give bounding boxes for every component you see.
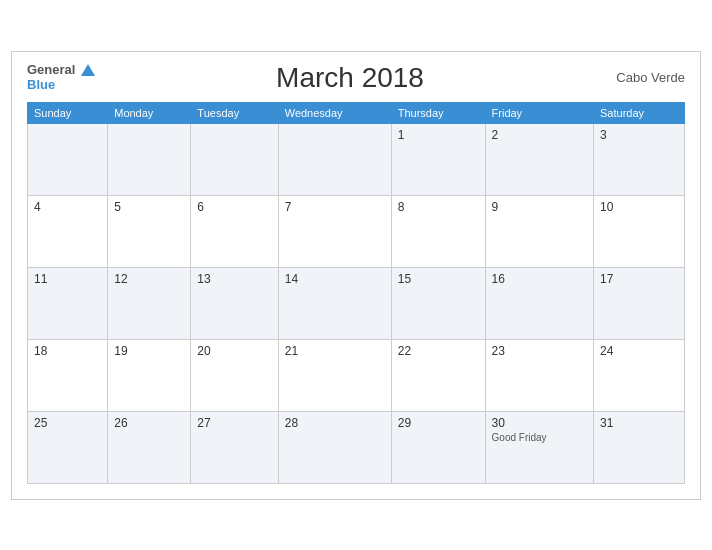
calendar-week-1: 123 (28, 123, 685, 195)
logo-blue: Blue (27, 77, 55, 92)
day-number: 19 (114, 344, 184, 358)
day-event: Good Friday (492, 432, 587, 443)
day-number: 14 (285, 272, 385, 286)
header-friday: Friday (485, 102, 593, 123)
day-number: 21 (285, 344, 385, 358)
calendar-cell-w1-d1 (28, 123, 108, 195)
calendar-week-3: 11121314151617 (28, 267, 685, 339)
header-wednesday: Wednesday (278, 102, 391, 123)
weekday-header-row: Sunday Monday Tuesday Wednesday Thursday… (28, 102, 685, 123)
day-number: 16 (492, 272, 587, 286)
day-number: 2 (492, 128, 587, 142)
calendar-cell-w5-d6: 30Good Friday (485, 411, 593, 483)
calendar-cell-w5-d3: 27 (191, 411, 278, 483)
calendar-title: March 2018 (95, 62, 605, 94)
day-number: 12 (114, 272, 184, 286)
day-number: 15 (398, 272, 479, 286)
day-number: 3 (600, 128, 678, 142)
day-number: 1 (398, 128, 479, 142)
header-monday: Monday (108, 102, 191, 123)
calendar-cell-w2-d7: 10 (594, 195, 685, 267)
calendar-week-4: 18192021222324 (28, 339, 685, 411)
calendar-cell-w1-d2 (108, 123, 191, 195)
calendar-cell-w2-d2: 5 (108, 195, 191, 267)
calendar-container: General Blue March 2018 Cabo Verde Sunda… (11, 51, 701, 500)
calendar-cell-w3-d3: 13 (191, 267, 278, 339)
day-number: 23 (492, 344, 587, 358)
day-number: 13 (197, 272, 271, 286)
calendar-cell-w4-d5: 22 (391, 339, 485, 411)
calendar-cell-w5-d5: 29 (391, 411, 485, 483)
header-thursday: Thursday (391, 102, 485, 123)
day-number: 28 (285, 416, 385, 430)
calendar-cell-w3-d5: 15 (391, 267, 485, 339)
calendar-country: Cabo Verde (605, 70, 685, 85)
day-number: 30 (492, 416, 587, 430)
calendar-cell-w1-d4 (278, 123, 391, 195)
calendar-cell-w4-d2: 19 (108, 339, 191, 411)
calendar-week-2: 45678910 (28, 195, 685, 267)
logo-text: General Blue (27, 63, 95, 92)
calendar-cell-w3-d1: 11 (28, 267, 108, 339)
calendar-cell-w5-d7: 31 (594, 411, 685, 483)
day-number: 20 (197, 344, 271, 358)
calendar-cell-w3-d2: 12 (108, 267, 191, 339)
calendar-cell-w3-d4: 14 (278, 267, 391, 339)
day-number: 4 (34, 200, 101, 214)
day-number: 26 (114, 416, 184, 430)
calendar-cell-w1-d3 (191, 123, 278, 195)
day-number: 5 (114, 200, 184, 214)
calendar-week-5: 252627282930Good Friday31 (28, 411, 685, 483)
day-number: 24 (600, 344, 678, 358)
calendar-cell-w5-d2: 26 (108, 411, 191, 483)
calendar-cell-w2-d6: 9 (485, 195, 593, 267)
calendar-cell-w4-d6: 23 (485, 339, 593, 411)
calendar-cell-w4-d7: 24 (594, 339, 685, 411)
day-number: 10 (600, 200, 678, 214)
calendar-cell-w2-d5: 8 (391, 195, 485, 267)
calendar-cell-w2-d3: 6 (191, 195, 278, 267)
calendar-cell-w1-d7: 3 (594, 123, 685, 195)
calendar-cell-w1-d5: 1 (391, 123, 485, 195)
logo-triangle-icon (81, 64, 95, 76)
day-number: 11 (34, 272, 101, 286)
header-tuesday: Tuesday (191, 102, 278, 123)
calendar-cell-w2-d1: 4 (28, 195, 108, 267)
day-number: 29 (398, 416, 479, 430)
day-number: 27 (197, 416, 271, 430)
calendar-grid: Sunday Monday Tuesday Wednesday Thursday… (27, 102, 685, 484)
calendar-cell-w4-d1: 18 (28, 339, 108, 411)
header-saturday: Saturday (594, 102, 685, 123)
calendar-cell-w5-d1: 25 (28, 411, 108, 483)
calendar-cell-w5-d4: 28 (278, 411, 391, 483)
calendar-header: General Blue March 2018 Cabo Verde (27, 62, 685, 94)
logo-general: General (27, 62, 75, 77)
header-sunday: Sunday (28, 102, 108, 123)
day-number: 18 (34, 344, 101, 358)
day-number: 9 (492, 200, 587, 214)
calendar-cell-w3-d6: 16 (485, 267, 593, 339)
calendar-cell-w1-d6: 2 (485, 123, 593, 195)
day-number: 6 (197, 200, 271, 214)
calendar-cell-w4-d4: 21 (278, 339, 391, 411)
day-number: 17 (600, 272, 678, 286)
calendar-cell-w2-d4: 7 (278, 195, 391, 267)
logo: General Blue (27, 63, 95, 92)
day-number: 31 (600, 416, 678, 430)
day-number: 7 (285, 200, 385, 214)
calendar-cell-w3-d7: 17 (594, 267, 685, 339)
calendar-cell-w4-d3: 20 (191, 339, 278, 411)
day-number: 22 (398, 344, 479, 358)
day-number: 8 (398, 200, 479, 214)
day-number: 25 (34, 416, 101, 430)
